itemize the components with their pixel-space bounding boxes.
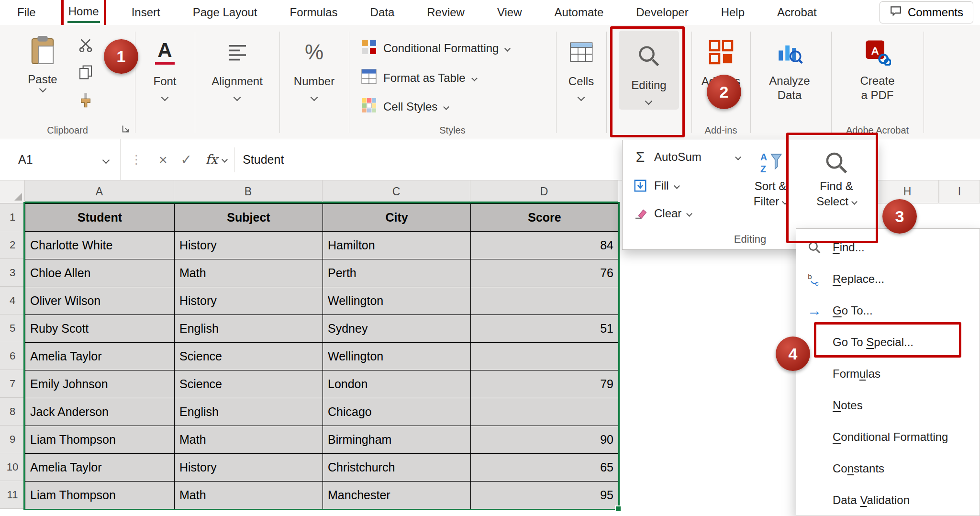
row-header-5[interactable]: 5 (0, 314, 25, 342)
cell[interactable]: Amelia Taylor (25, 343, 175, 370)
menu-tab-developer[interactable]: Developer (635, 3, 689, 22)
cell[interactable]: Sydney (323, 315, 471, 343)
cell[interactable]: History (175, 232, 323, 259)
format-as-table-button[interactable]: Format as Table (361, 68, 477, 88)
column-header-b[interactable]: B (174, 180, 323, 203)
menu-tab-view[interactable]: View (496, 3, 523, 22)
cell[interactable]: Chloe Allen (25, 259, 175, 287)
column-header-d[interactable]: D (470, 180, 618, 203)
cell[interactable] (471, 287, 619, 315)
row-header-7[interactable]: 7 (0, 370, 25, 398)
fill-button[interactable]: Fill (632, 175, 746, 197)
cell[interactable]: Ruby Scott (25, 315, 175, 343)
cell[interactable]: English (175, 315, 323, 343)
cell[interactable]: Math (175, 426, 323, 454)
cell[interactable]: Math (175, 482, 323, 509)
menu-tab-page-layout[interactable]: Page Layout (192, 3, 258, 22)
column-header-i[interactable]: I (939, 180, 980, 203)
column-header-a[interactable]: A (25, 180, 174, 203)
cell[interactable]: Chicago (323, 398, 471, 426)
copy-icon[interactable] (77, 63, 95, 81)
cell[interactable]: 51 (471, 315, 619, 343)
menu-tab-file[interactable]: File (16, 3, 37, 22)
menu-item-constants[interactable]: Constants (796, 453, 980, 484)
header-cell[interactable]: Score (471, 204, 619, 232)
find-select-button[interactable]: Find & Select (801, 147, 872, 210)
cell[interactable] (471, 398, 619, 426)
cell[interactable]: 76 (471, 259, 619, 287)
cell[interactable]: Charlotte White (25, 232, 175, 259)
menu-tab-data[interactable]: Data (369, 3, 396, 22)
header-cell[interactable]: Student (25, 204, 175, 232)
name-box[interactable]: A1 (0, 139, 121, 180)
menu-tab-formulas[interactable]: Formulas (289, 3, 339, 22)
header-cell[interactable]: City (323, 204, 471, 232)
cell[interactable]: Math (175, 259, 323, 287)
select-all-corner[interactable] (0, 180, 25, 203)
cell[interactable]: Wellington (323, 287, 471, 315)
header-cell[interactable]: Subject (175, 204, 323, 232)
cell[interactable]: 84 (471, 232, 619, 259)
row-header-6[interactable]: 6 (0, 342, 25, 370)
cells-group-button[interactable]: Cells (556, 25, 606, 139)
cell[interactable]: Birmingham (323, 426, 471, 454)
cell[interactable]: 95 (471, 482, 619, 509)
cell[interactable]: English (175, 398, 323, 426)
row-header-8[interactable]: 8 (0, 398, 25, 426)
cell[interactable]: Hamilton (323, 232, 471, 259)
cell[interactable] (471, 343, 619, 370)
cell[interactable]: London (323, 370, 471, 398)
menu-item-find[interactable]: Find... (796, 232, 980, 263)
cancel-icon[interactable]: × (159, 152, 167, 168)
paste-button[interactable]: Paste (14, 32, 71, 91)
row-header-3[interactable]: 3 (0, 259, 25, 287)
cell[interactable]: Perth (323, 259, 471, 287)
formula-content[interactable]: Student (243, 153, 284, 167)
cut-icon[interactable] (77, 35, 95, 54)
row-header-11[interactable]: 11 (0, 481, 25, 509)
cell[interactable]: Liam Thompson (25, 482, 175, 509)
number-group-button[interactable]: % Number (279, 25, 349, 139)
menu-item-formulas[interactable]: Formulas (796, 358, 980, 390)
cell[interactable]: Liam Thompson (25, 426, 175, 454)
formula-bar-handle[interactable]: ⋮ (130, 152, 143, 167)
cell[interactable]: History (175, 287, 323, 315)
cell[interactable]: Jack Anderson (25, 398, 175, 426)
menu-tab-insert[interactable]: Insert (131, 3, 161, 22)
menu-item-notes[interactable]: Notes (796, 390, 980, 421)
cell-styles-button[interactable]: Cell Styles (361, 97, 448, 117)
cell[interactable]: Wellington (323, 343, 471, 370)
dialog-launcher-icon[interactable] (122, 124, 130, 135)
format-painter-icon[interactable] (77, 91, 95, 109)
menu-item-go-to[interactable]: →Go To... (796, 295, 980, 326)
comments-button[interactable]: Comments (880, 1, 973, 23)
enter-icon[interactable]: ✓ (181, 152, 192, 168)
analyze-data-button[interactable]: AnalyzeData (754, 25, 825, 139)
fill-handle[interactable] (615, 505, 622, 512)
menu-tab-home[interactable]: Home (67, 2, 100, 23)
cell[interactable]: History (175, 454, 323, 482)
cell[interactable]: Christchurch (323, 454, 471, 482)
row-header-4[interactable]: 4 (0, 287, 25, 314)
menu-item-go-to-special[interactable]: Go To Special... (796, 326, 980, 358)
menu-tab-automate[interactable]: Automate (554, 3, 605, 22)
insert-function-icon[interactable]: fx (205, 152, 218, 168)
alignment-group-button[interactable]: Alignment (195, 25, 279, 139)
cell[interactable]: Emily Johnson (25, 370, 175, 398)
column-header-h[interactable]: H (876, 180, 939, 203)
editing-group-button[interactable]: Editing (606, 25, 691, 139)
create-pdf-button[interactable]: A Createa PDF Adobe Acrobat (831, 25, 924, 139)
autosum-button[interactable]: Σ AutoSum (632, 146, 746, 168)
row-header-10[interactable]: 10 (0, 453, 25, 481)
menu-item-conditional-formatting[interactable]: Conditional Formatting (796, 421, 980, 453)
row-header-1[interactable]: 1 (0, 203, 25, 231)
menu-tab-help[interactable]: Help (720, 3, 746, 22)
cell[interactable]: Oliver Wilson (25, 287, 175, 315)
conditional-formatting-button[interactable]: Conditional Formatting (361, 38, 510, 58)
cell[interactable]: Amelia Taylor (25, 454, 175, 482)
row-header-9[interactable]: 9 (0, 426, 25, 453)
cell[interactable]: 90 (471, 426, 619, 454)
cell[interactable]: Manchester (323, 482, 471, 509)
sort-filter-button[interactable]: AZ Sort & Filter (744, 147, 797, 210)
menu-tab-review[interactable]: Review (426, 3, 466, 22)
